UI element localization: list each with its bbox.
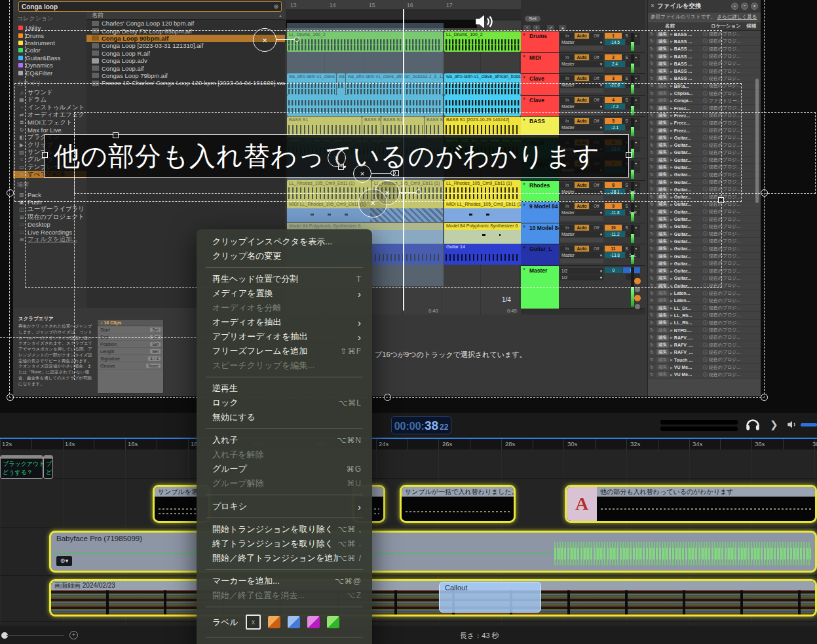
menu-item[interactable]: クリップインスペクタを表示... bbox=[197, 235, 372, 249]
menu-item[interactable]: スピーチクリップを編集... bbox=[197, 358, 372, 373]
label-clear-swatch[interactable]: x bbox=[246, 615, 261, 630]
edit-button[interactable]: 編集 bbox=[656, 31, 669, 37]
track-number[interactable]: 2 bbox=[605, 54, 622, 60]
expand-caret-icon[interactable]: ▶ bbox=[670, 136, 673, 140]
edit-button[interactable]: 編集 bbox=[656, 120, 669, 126]
lock-button[interactable]: ● bbox=[751, 3, 758, 10]
anchor-handle[interactable] bbox=[294, 37, 299, 42]
expand-caret-icon[interactable]: ▶ bbox=[670, 276, 673, 280]
output-routing[interactable]: Master▾ bbox=[560, 82, 603, 88]
menu-item-track-select[interactable]: トラックの選択 › bbox=[197, 641, 372, 644]
edit-button[interactable]: 編集 bbox=[656, 142, 669, 148]
collection-item[interactable]: Guitar&Bass bbox=[13, 54, 86, 62]
resize-handle[interactable] bbox=[761, 189, 768, 197]
volume-value[interactable]: -14.5 bbox=[605, 39, 625, 45]
chevron-right-icon[interactable]: ❯ bbox=[770, 419, 778, 430]
collection-item[interactable]: Dynamics bbox=[13, 62, 86, 69]
solo-button[interactable]: S bbox=[622, 75, 631, 81]
menu-item[interactable]: 入れ子 ⌥⌘N bbox=[197, 433, 372, 447]
volume-value[interactable]: -11.2 bbox=[605, 231, 625, 237]
delete-annotation-icon[interactable]: × bbox=[358, 189, 387, 218]
edit-button[interactable]: 編集 bbox=[656, 209, 669, 215]
cue-volume[interactable]: 0 bbox=[605, 267, 622, 273]
expand-caret-icon[interactable]: ▶ bbox=[670, 39, 673, 43]
output-routing[interactable]: Master▾ bbox=[560, 189, 603, 195]
expand-caret-icon[interactable]: ▶ bbox=[670, 195, 673, 199]
menu-item[interactable]: 開始／終了位置を消去... ⌥Z bbox=[197, 588, 372, 603]
category-item[interactable]: ↻ Max for Live bbox=[13, 126, 86, 134]
monitor-toggle[interactable]: InAutoOff bbox=[560, 118, 603, 124]
edit-button[interactable]: 編集 bbox=[656, 216, 669, 222]
exchange-row[interactable]: ↻ 編集 ▶ ClipGa... ⓘ 現在のプロジ... bbox=[648, 90, 761, 97]
menu-item[interactable]: 無効にする bbox=[197, 410, 372, 425]
edit-button[interactable]: 編集 bbox=[656, 335, 669, 341]
expand-caret-icon[interactable]: ▶ bbox=[670, 202, 673, 206]
collection-item[interactable]: Drums bbox=[13, 31, 86, 39]
category-item[interactable]: ◔ インストゥルメント bbox=[13, 104, 86, 111]
expand-caret-icon[interactable]: ▶ bbox=[670, 47, 673, 51]
exchange-row[interactable]: ↻ 編集 ▶ LL_Rh... ⓘ 現在のプロジ... bbox=[648, 320, 761, 327]
exchange-row[interactable]: ↻ 編集 ▶ Guitar... ⓘ 現在のプロジ... bbox=[648, 201, 761, 208]
audio-clip[interactable]: wa_afro-latin-v1_clave_african_bossa3 bbox=[444, 73, 521, 95]
solo-button[interactable]: S bbox=[622, 97, 631, 103]
expand-caret-icon[interactable]: ▶ bbox=[670, 261, 673, 265]
expand-caret-icon[interactable]: ▶ bbox=[670, 143, 673, 147]
output-routing[interactable]: Master▾ bbox=[560, 231, 603, 237]
expand-caret-icon[interactable]: ▶ bbox=[670, 358, 673, 362]
edit-button[interactable]: 編集 bbox=[656, 157, 669, 163]
category-item[interactable]: ⇄ オーディオエフェクト bbox=[13, 111, 86, 119]
category-item[interactable]: ♫ サウンド bbox=[13, 89, 86, 96]
edit-button[interactable]: 編集 bbox=[656, 54, 669, 60]
expand-caret-icon[interactable]: ▶ bbox=[670, 269, 673, 273]
edit-button[interactable]: 編集 bbox=[656, 364, 669, 370]
expand-caret-icon[interactable]: ▶ bbox=[670, 77, 673, 81]
expand-caret-icon[interactable]: ▶ bbox=[670, 292, 673, 295]
edit-button[interactable]: 編集 bbox=[656, 238, 669, 244]
file-row[interactable]: Congas Loop 79bpm.aif bbox=[86, 72, 285, 79]
callout-clip[interactable]: Callout bbox=[439, 582, 541, 613]
solo-button[interactable]: S bbox=[622, 225, 631, 231]
resize-handle[interactable] bbox=[626, 152, 632, 158]
master-out[interactable]: 1/2▾ bbox=[560, 275, 603, 280]
track-number[interactable]: 9 bbox=[605, 203, 622, 209]
edit-button[interactable]: 編集 bbox=[656, 313, 669, 318]
clear-search-icon[interactable]: ⊗ bbox=[273, 3, 281, 10]
scrollbar-thumb[interactable] bbox=[755, 79, 759, 203]
edit-button[interactable]: 編集 bbox=[656, 187, 669, 193]
expand-caret-icon[interactable]: ▶ bbox=[670, 239, 673, 243]
track-header[interactable]: ▼ Clave InAutoOff Master▾ bbox=[521, 74, 645, 96]
exchange-row[interactable]: ↻ 編集 ▶ BASS ... ⓘ 現在のプロジ... bbox=[648, 67, 761, 75]
zoom-magnifier-icon[interactable]: + bbox=[69, 631, 78, 639]
expand-caret-icon[interactable]: ▶ bbox=[670, 350, 673, 354]
monitor-toggle[interactable]: InAutoOff bbox=[560, 75, 603, 81]
anchor-handle[interactable] bbox=[390, 170, 396, 176]
expand-caret-icon[interactable]: ▶ bbox=[670, 84, 673, 88]
menu-item[interactable]: ロック ⌥⌘L bbox=[197, 396, 372, 410]
expand-caret-icon[interactable]: ▶ bbox=[670, 313, 673, 317]
edit-button[interactable]: 編集 bbox=[656, 172, 669, 178]
solo-button[interactable]: S bbox=[622, 182, 631, 188]
exchange-row[interactable]: ↻ 編集 ▶ Guitar... ⓘ 現在のプロジ... bbox=[648, 194, 761, 201]
fold-arrow-icon[interactable]: ▼ bbox=[522, 182, 526, 186]
exchange-row[interactable]: ↻ 編集 ▶ Guitar... ⓘ 現在のプロジ... bbox=[648, 231, 761, 238]
exchange-row[interactable]: ↻ 編集 ▶ Guitar... ⓘ 現在のプロジ... bbox=[648, 149, 761, 157]
menu-item[interactable]: 再生ヘッド位置で分割 T bbox=[197, 272, 372, 286]
expand-caret-icon[interactable]: ▶ bbox=[670, 328, 673, 332]
lock-button[interactable]: ● bbox=[559, 25, 566, 31]
edit-button[interactable]: 編集 bbox=[656, 83, 669, 89]
place-item[interactable]: ▣ Push bbox=[13, 199, 86, 206]
midi-clip-header[interactable]: Model 84 Polyphonic Synthesizer 6 bbox=[444, 223, 521, 230]
volume-value[interactable]: -2.1 bbox=[605, 124, 625, 130]
edit-button[interactable]: 編集 bbox=[656, 105, 669, 111]
edit-button[interactable]: 編集 bbox=[656, 320, 669, 326]
collection-item[interactable]: Instrument bbox=[13, 39, 86, 47]
expand-caret-icon[interactable]: ▶ bbox=[670, 128, 673, 132]
exchange-row[interactable]: ↻ 編集 ▶ Guitar... ⓘ 現在のプロジ... bbox=[648, 179, 761, 186]
expand-caret-icon[interactable]: ▶ bbox=[670, 54, 673, 58]
exchange-row[interactable]: ↻ 編集 ▶ BASS ... ⓘ 現在のプロジ... bbox=[648, 46, 761, 53]
expand-caret-icon[interactable]: ▶ bbox=[670, 121, 673, 125]
menu-item[interactable]: プロキシ › bbox=[197, 499, 372, 514]
place-item[interactable]: ⊞ フォルダを追加... bbox=[13, 236, 86, 243]
exchange-row[interactable]: ↻ 編集 ▶ Freez... ⓘ 現在のプロジ... bbox=[648, 105, 761, 112]
volume-value[interactable]: -18.1 bbox=[605, 189, 625, 195]
